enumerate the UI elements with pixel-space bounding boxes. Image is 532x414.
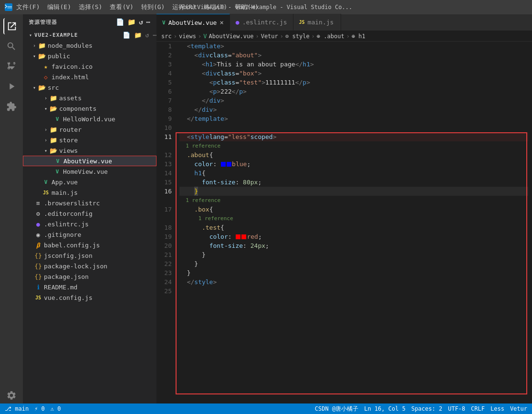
menu-file[interactable]: 文件(F) [16,3,40,11]
packagelock-icon: {} [34,263,42,270]
bc-style[interactable]: ⊙ style [285,33,310,40]
bc-src[interactable]: src [161,33,172,40]
ln-20: 20 [156,241,172,250]
color-box-red-1 [236,234,240,239]
ln-18: 18 [156,223,172,232]
git-branch[interactable]: ⎇ main [5,405,29,412]
tree-packagejson[interactable]: {} package.json [23,271,156,282]
browserslist-icon: ≡ [34,200,42,207]
tree-views[interactable]: ▾ 📂 views [23,145,156,156]
code-line-3: <h1>This is an about page</h1> [179,60,528,69]
menu-edit[interactable]: 编辑(E) [47,3,71,11]
jsconfig-icon: {} [34,252,42,259]
menu-select[interactable]: 选择(S) [79,3,102,11]
tree-components[interactable]: ▾ 📂 components [23,103,156,114]
line-numbers: 1 2 3 4 5 6 7 8 9 10 11 12 13 14 15 16 1… [156,42,176,403]
expand-arrow: ▾ [31,53,38,59]
error-count[interactable]: ⚡ 0 [34,405,45,412]
packagejson-label: package.json [44,273,156,280]
cursor-position[interactable]: Ln 16, Col 5 [364,405,406,412]
bc-vue-icon: V [203,33,207,40]
refresh-icon[interactable]: ↺ [139,18,143,26]
code-line-18: .test { [179,223,528,232]
bc-h1[interactable]: ⊕ h1 [352,33,365,40]
tree-index-html[interactable]: ◇ index.html [23,72,156,82]
tree-favicon[interactable]: ★ favicon.ico [23,61,156,72]
tree-appvue[interactable]: V App.vue [23,177,156,187]
tree-router[interactable]: › 📁 router [23,124,156,135]
new-file-icon[interactable]: 📄 [116,18,125,26]
code-line-21: } [179,250,528,259]
run-icon[interactable] [3,78,20,95]
tree-src[interactable]: ▾ 📂 src [23,82,156,93]
menu-goto[interactable]: 转到(G) [141,3,165,11]
tree-editorconfig[interactable]: ⚙ .editorconfig [23,208,156,219]
ln-17: 17 [156,205,172,214]
code-content[interactable]: <template> <div class="about"> <h1>This … [176,42,532,403]
ln-15: 15 [156,178,172,187]
language-mode[interactable]: Less [490,405,504,412]
tree-vueconfig[interactable]: JS vue.config.js [23,292,156,303]
bc-sep2: › [198,33,201,40]
tab-aboutview[interactable]: V AboutView.vue × [156,14,230,31]
settings-icon[interactable] [3,387,20,403]
tree-aboutview[interactable]: V AboutView.vue [23,156,156,166]
tree-assets[interactable]: › 📁 assets [23,93,156,103]
tree-jsconfig[interactable]: {} jsconfig.json [23,250,156,261]
source-control-icon[interactable] [3,58,20,74]
tree-store[interactable]: › 📁 store [23,135,156,145]
extensions-icon[interactable] [3,98,20,115]
tree-browserslistrc[interactable]: ≡ .browserslistrc [23,198,156,208]
collapse-arrow: › [31,43,38,48]
code-line-19: color: red; [179,232,528,241]
explorer-icon[interactable] [3,18,20,34]
warning-count[interactable]: ⚠ 0 [51,405,61,412]
folder-open-icon: 📂 [38,53,46,60]
mainjs-label: main.js [52,189,156,196]
encoding[interactable]: UTF-8 [448,405,465,412]
collapse-all-icon[interactable]: ⋯ [146,18,151,26]
line-ending[interactable]: CRLF [471,405,485,412]
ln-4: 4 [156,69,172,78]
tree-homeview[interactable]: V HomeView.vue [23,166,156,177]
views-label: views [59,147,156,154]
new-folder-icon[interactable]: 📁 [127,18,136,26]
tree-mainjs[interactable]: JS main.js [23,187,156,198]
code-line-20: font-size: 24px; [179,241,528,250]
store-arrow: › [42,138,50,143]
tree-gitignore[interactable]: ◉ .gitignore [23,229,156,240]
vetur[interactable]: Vetur [510,405,527,412]
tree-node-modules[interactable]: › 📁 node_modules [23,40,156,51]
sidebar-header-icons[interactable]: 📄 📁 ↺ ⋯ [116,18,151,26]
titlebar-title: AboutView.vue - vue2-example - Visual St… [180,4,352,11]
aboutview-tab-close[interactable]: × [219,19,223,26]
code-line-5: <p class="test">11111111</p> [179,78,528,87]
project-root[interactable]: ▾ VUE2-EXAMPLE 📄 📁 ↺ ⋯ [23,30,156,40]
tree-public[interactable]: ▾ 📂 public [23,51,156,61]
tree-packagelock[interactable]: {} package-lock.json [23,261,156,271]
menu-view[interactable]: 查看(V) [110,3,133,11]
vue-icon: V [53,116,61,122]
mainjs-tab-label: main.js [308,19,334,26]
components-label: components [59,105,156,112]
bc-about[interactable]: ⊕ .about [317,33,344,40]
bc-aboutview[interactable]: AboutView.vue [209,33,254,40]
tree-eslintrc[interactable]: ● .eslintrc.js [23,219,156,229]
tree-readme[interactable]: ℹ README.md [23,282,156,292]
project-icons: 📄 📁 ↺ ⋯ [123,32,156,39]
tree-helloworld[interactable]: V HelloWorld.vue [23,114,156,124]
browserslistrc-label: .browserslistrc [44,200,156,207]
spaces[interactable]: Spaces: 2 [411,405,442,412]
ln-3: 3 [156,60,172,69]
search-icon[interactable] [3,38,20,54]
tab-mainjs[interactable]: JS main.js [293,14,341,31]
bc-vetur[interactable]: Vetur [261,33,278,40]
tab-eslintrc[interactable]: ● .eslintrc.js [230,14,293,31]
appvue-label: App.vue [52,179,156,186]
favicon-label: favicon.ico [52,63,156,70]
code-line-14: h1 { [179,169,528,178]
bc-views[interactable]: views [179,33,196,40]
code-editor[interactable]: 1 2 3 4 5 6 7 8 9 10 11 12 13 14 15 16 1… [156,42,532,403]
tree-babel[interactable]: β babel.config.js [23,240,156,250]
assets-label: assets [59,95,156,102]
